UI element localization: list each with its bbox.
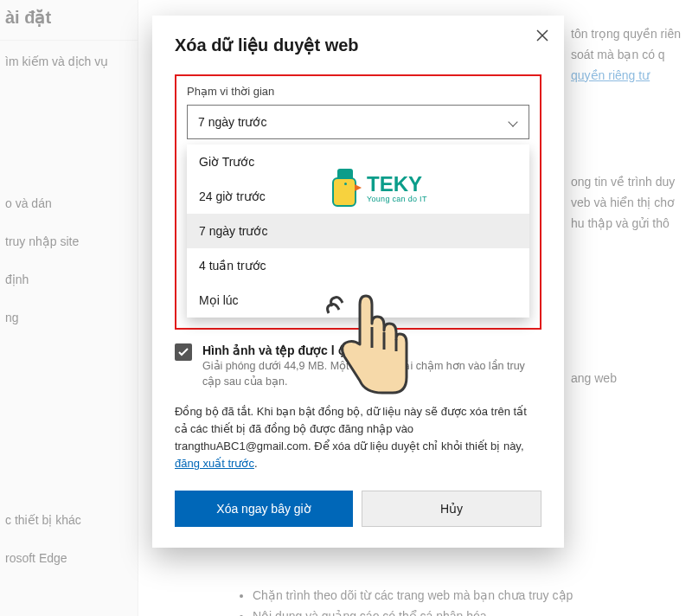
select-value: 7 ngày trước [198, 115, 266, 129]
checkbox-description: Giải phóng dưới 44,9 MB. Một eb có thể t… [202, 359, 541, 389]
cached-images-row: Hình ảnh và tệp được l ộ đệm ẩn Giải phó… [175, 343, 541, 389]
close-icon [536, 29, 548, 42]
logo-text: TEKY [367, 172, 427, 196]
checkbox-label: Hình ảnh và tệp được l ộ đệm ẩn [202, 343, 541, 357]
time-range-label: Phạm vi thời gian [187, 85, 529, 98]
close-button[interactable] [536, 29, 548, 45]
chevron-down-icon [508, 117, 517, 126]
checkbox-checked[interactable] [175, 343, 192, 361]
dropdown-option[interactable]: 7 ngày trước [187, 214, 529, 248]
teky-logo: TEKY Young can do IT [329, 169, 427, 207]
clear-data-modal: Xóa dữ liệu duyệt web Phạm vi thời gian … [152, 16, 564, 548]
clear-now-button[interactable]: Xóa ngay bây giờ [175, 491, 353, 527]
check-icon [178, 348, 189, 356]
cancel-button[interactable]: Hủy [362, 491, 541, 527]
dropdown-option[interactable]: Mọi lúc [187, 283, 529, 318]
time-range-select[interactable]: 7 ngày trước [187, 105, 529, 139]
bird-icon [329, 169, 362, 207]
modal-title: Xóa dữ liệu duyệt web [175, 35, 541, 55]
sync-note: Đồng bộ đã tắt. Khi bạn bật đồng bộ, dữ … [175, 403, 541, 473]
dropdown-option[interactable]: 4 tuần trước [187, 248, 529, 283]
sign-out-link[interactable]: đăng xuất trước [175, 457, 254, 470]
logo-subtitle: Young can do IT [367, 195, 427, 203]
